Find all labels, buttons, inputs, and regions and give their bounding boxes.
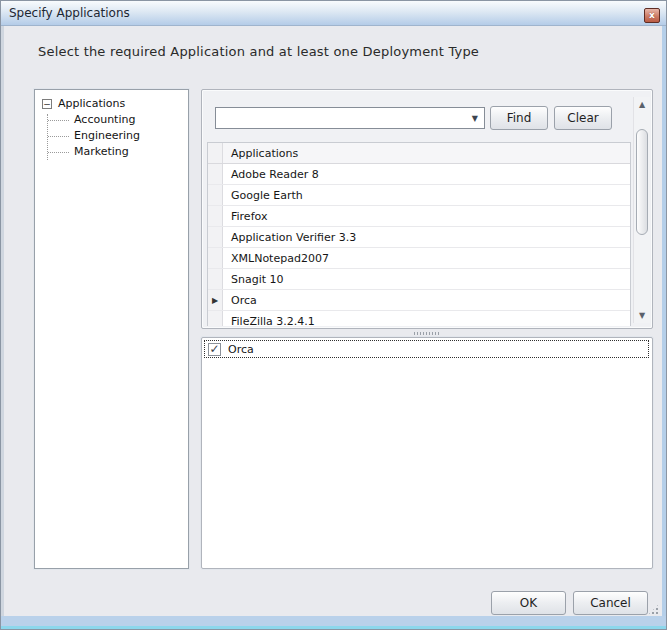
checkbox-checked-icon[interactable]: ✓ bbox=[208, 343, 221, 356]
row-selector bbox=[208, 164, 223, 184]
deployment-item-orca[interactable]: ✓ Orca bbox=[204, 340, 649, 358]
close-icon[interactable]: x bbox=[644, 8, 660, 23]
table-row[interactable]: Firefox bbox=[208, 206, 630, 227]
app-name-cell: Adobe Reader 8 bbox=[223, 164, 319, 184]
scroll-up-icon[interactable]: ▲ bbox=[634, 100, 650, 109]
tree-node-applications[interactable]: − Applications bbox=[35, 96, 188, 112]
app-name-cell: Snagit 10 bbox=[223, 269, 284, 289]
app-name-cell: Firefox bbox=[223, 206, 267, 226]
title-bar: Specify Applications x bbox=[1, 1, 666, 26]
table-header-row: Applications bbox=[208, 143, 630, 164]
app-name-cell: Orca bbox=[223, 290, 257, 310]
tree-child-label: Marketing bbox=[74, 145, 129, 158]
row-selector bbox=[208, 227, 223, 247]
table-row[interactable]: XMLNotepad2007 bbox=[208, 248, 630, 269]
table-row-current[interactable]: ▶ Orca bbox=[208, 290, 630, 311]
window-frame-right bbox=[662, 26, 666, 616]
find-button[interactable]: Find bbox=[490, 106, 548, 130]
search-combo-input[interactable]: ▼ bbox=[215, 107, 485, 129]
scrollbar-thumb[interactable] bbox=[636, 129, 648, 235]
row-selector bbox=[208, 248, 223, 268]
row-selector bbox=[208, 206, 223, 226]
applications-tree-panel: − Applications Accounting Engineering Ma… bbox=[34, 89, 189, 569]
scroll-down-icon[interactable]: ▼ bbox=[634, 311, 650, 320]
window-title: Specify Applications bbox=[9, 6, 130, 20]
row-selector bbox=[208, 269, 223, 289]
table-row[interactable]: FileZilla 3.2.4.1 bbox=[208, 311, 630, 326]
applications-group: ▼ Find Clear Applications Adobe Reader 8… bbox=[201, 89, 653, 329]
deployment-item-label: Orca bbox=[221, 343, 254, 356]
row-selector bbox=[208, 185, 223, 205]
chevron-down-icon[interactable]: ▼ bbox=[472, 114, 478, 123]
window-frame-left bbox=[1, 26, 4, 616]
app-name-cell: FileZilla 3.2.4.1 bbox=[223, 311, 315, 326]
tree-node-marketing[interactable]: Marketing bbox=[35, 144, 188, 160]
tree-collapse-icon[interactable]: − bbox=[42, 99, 52, 109]
window-frame-accent bbox=[1, 626, 666, 629]
vertical-scrollbar[interactable]: ▲ ▼ bbox=[633, 97, 650, 323]
tree-root-label: Applications bbox=[58, 97, 125, 110]
app-name-cell: Google Earth bbox=[223, 185, 303, 205]
clear-button[interactable]: Clear bbox=[554, 106, 612, 130]
row-selector bbox=[208, 311, 223, 326]
ok-button[interactable]: OK bbox=[491, 591, 566, 615]
cancel-button[interactable]: Cancel bbox=[573, 591, 648, 615]
row-selector-header bbox=[208, 143, 223, 163]
splitter-grip-icon bbox=[414, 332, 440, 335]
instruction-text: Select the required Application and at l… bbox=[38, 44, 479, 59]
app-name-cell: XMLNotepad2007 bbox=[223, 248, 329, 268]
tree-node-accounting[interactable]: Accounting bbox=[35, 112, 188, 128]
deployment-types-list: ✓ Orca bbox=[201, 337, 653, 569]
applications-table: Applications Adobe Reader 8 Google Earth… bbox=[207, 142, 631, 326]
table-row[interactable]: Adobe Reader 8 bbox=[208, 164, 630, 185]
app-name-cell: Application Verifier 3.3 bbox=[223, 227, 356, 247]
resize-grip-icon[interactable] bbox=[648, 604, 659, 615]
table-row[interactable]: Snagit 10 bbox=[208, 269, 630, 290]
current-row-pointer-icon: ▶ bbox=[208, 290, 223, 310]
table-row[interactable]: Application Verifier 3.3 bbox=[208, 227, 630, 248]
column-header-applications: Applications bbox=[223, 143, 298, 163]
window-frame-bottom bbox=[1, 616, 666, 626]
horizontal-splitter[interactable] bbox=[201, 329, 653, 337]
tree-node-engineering[interactable]: Engineering bbox=[35, 128, 188, 144]
tree-child-label: Engineering bbox=[74, 129, 140, 142]
table-row[interactable]: Google Earth bbox=[208, 185, 630, 206]
tree-child-label: Accounting bbox=[74, 113, 135, 126]
specify-applications-dialog: Specify Applications x Select the requir… bbox=[0, 0, 667, 630]
